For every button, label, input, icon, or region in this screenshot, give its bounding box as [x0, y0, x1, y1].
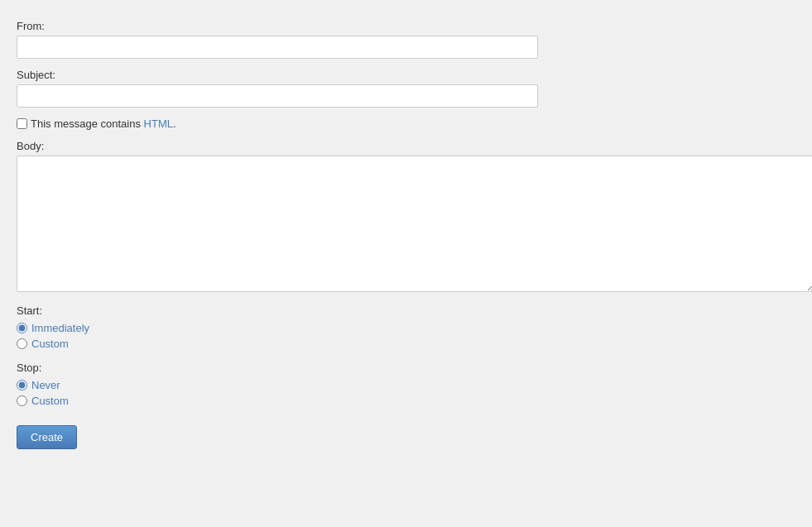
- html-link[interactable]: HTML: [144, 117, 173, 130]
- stop-section: Stop: Never Custom: [17, 362, 795, 407]
- stop-never-label[interactable]: Never: [31, 379, 60, 391]
- stop-never-group: Never: [17, 379, 795, 391]
- subject-label: Subject:: [17, 69, 795, 81]
- html-checkbox[interactable]: [17, 118, 27, 129]
- html-checkbox-label[interactable]: This message contains HTML.: [31, 117, 176, 130]
- start-immediately-group: Immediately: [17, 322, 795, 334]
- body-group: Body:: [17, 140, 795, 295]
- stop-custom-group: Custom: [17, 395, 795, 407]
- subject-input[interactable]: [17, 84, 538, 108]
- body-textarea[interactable]: [17, 156, 812, 292]
- start-custom-group: Custom: [17, 338, 795, 350]
- subject-group: Subject:: [17, 69, 795, 108]
- from-group: From:: [17, 20, 795, 59]
- start-custom-label[interactable]: Custom: [31, 338, 69, 350]
- start-immediately-radio[interactable]: [17, 323, 27, 333]
- start-label: Start:: [17, 304, 795, 317]
- from-label: From:: [17, 20, 795, 32]
- html-checkbox-group: This message contains HTML.: [17, 117, 795, 130]
- form-container: From: Subject: This message contains HTM…: [13, 13, 799, 456]
- stop-label: Stop:: [17, 362, 795, 374]
- stop-custom-radio[interactable]: [17, 395, 27, 406]
- start-custom-radio[interactable]: [17, 338, 27, 349]
- start-section: Start: Immediately Custom: [17, 304, 795, 350]
- from-input[interactable]: [17, 36, 538, 59]
- start-immediately-label[interactable]: Immediately: [31, 322, 89, 334]
- body-label: Body:: [17, 140, 795, 152]
- stop-custom-label[interactable]: Custom: [31, 395, 69, 407]
- stop-never-radio[interactable]: [17, 380, 27, 390]
- create-button[interactable]: Create: [17, 425, 77, 449]
